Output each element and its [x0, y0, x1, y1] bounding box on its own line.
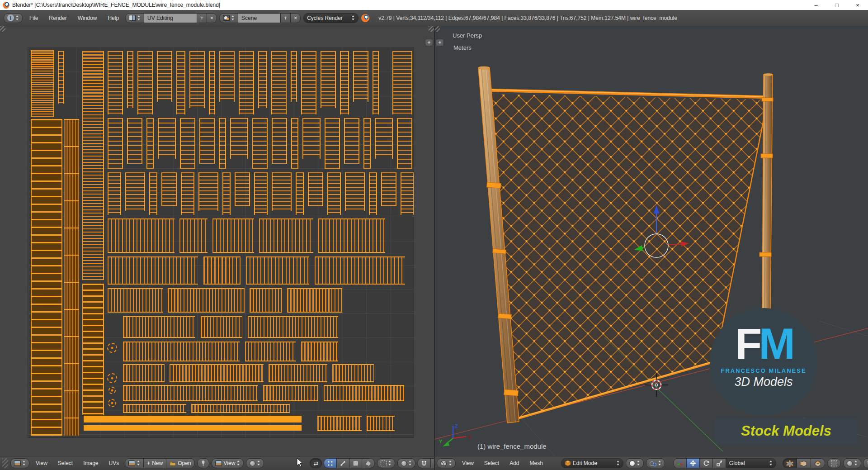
- vp-snap-toggle[interactable]: [863, 458, 868, 468]
- screen-layout-delete-button[interactable]: ×: [207, 13, 217, 23]
- editor-mode-dropdown[interactable]: View: [212, 458, 244, 468]
- uv-sync-selection-toggle[interactable]: ⇄: [310, 458, 322, 468]
- scene-browse-button[interactable]: [219, 13, 238, 23]
- edge-select-icon: [340, 461, 346, 466]
- viewport-header: View Select Add Mesh Edit Mode: [434, 456, 868, 470]
- uv-pivot-dropdown[interactable]: [246, 458, 264, 468]
- resize-grip-icon[interactable]: [2, 458, 8, 468]
- uv-editor-canvas-area[interactable]: +: [0, 26, 434, 456]
- uv-snap-toggle[interactable]: [417, 458, 431, 468]
- uv-menu-view[interactable]: View: [32, 459, 52, 468]
- select-mode-edge-button[interactable]: [797, 458, 811, 468]
- uv-menu-select[interactable]: Select: [54, 459, 77, 468]
- uv-island: [168, 288, 245, 313]
- vp-menu-mesh[interactable]: Mesh: [526, 459, 547, 468]
- menu-help[interactable]: Help: [104, 14, 123, 23]
- screen-layout-browse-button[interactable]: [125, 13, 144, 23]
- minimize-button[interactable]: –: [806, 0, 826, 10]
- limit-selection-visible-button[interactable]: [827, 458, 841, 468]
- scene-delete-button[interactable]: ×: [290, 13, 301, 23]
- vp-menu-add[interactable]: Add: [505, 459, 523, 468]
- window-titlebar: Blender* [C:\Users\franc\Desktop\WIRE_FE…: [0, 0, 868, 10]
- render-engine-dropdown[interactable]: Cycles Render: [303, 13, 359, 23]
- axis-manipulator-icon: [677, 460, 683, 466]
- uv-island: [248, 316, 338, 338]
- uv-proportional-edit-dropdown[interactable]: [397, 458, 415, 468]
- uv-island: [123, 316, 195, 338]
- watermark-initials: FM: [710, 322, 817, 366]
- sticky-selection-icon: [381, 461, 387, 466]
- interaction-mode-dropdown[interactable]: Edit Mode: [561, 458, 623, 468]
- viewport-shading-dropdown[interactable]: [626, 458, 644, 468]
- uv-island: [301, 51, 316, 114]
- properties-panel-expand-button[interactable]: +: [425, 39, 433, 46]
- uv-select-edge-button[interactable]: [336, 458, 349, 468]
- uv-island: [203, 256, 241, 285]
- uv-island: [181, 172, 194, 215]
- uv-island: [212, 218, 254, 253]
- uv-island: [392, 51, 412, 114]
- manipulator-toggle-button[interactable]: [673, 458, 687, 468]
- image-open-button[interactable]: Open: [166, 458, 194, 468]
- uv-select-vertex-button[interactable]: [324, 458, 337, 468]
- axis-x-label: X: [468, 434, 472, 440]
- face-mode-cube-icon: [814, 460, 821, 467]
- image-pin-button[interactable]: [197, 458, 209, 468]
- spin-arrows-icon: [137, 15, 141, 21]
- uv-select-island-button[interactable]: [362, 458, 375, 468]
- menu-render[interactable]: Render: [45, 14, 71, 23]
- image-new-button[interactable]: + New: [143, 458, 166, 468]
- uv-island: [64, 119, 79, 436]
- spin-arrows-icon: [231, 15, 235, 21]
- vp-menu-select[interactable]: Select: [480, 459, 503, 468]
- uv-island: [84, 425, 302, 431]
- transform-orientation-dropdown[interactable]: Global: [726, 458, 776, 468]
- editor-type-info-button[interactable]: i: [4, 13, 23, 23]
- stock-models-label: Stock Models: [741, 423, 831, 439]
- region-corner-widget[interactable]: [429, 26, 434, 32]
- scene-name-field[interactable]: Scene: [238, 13, 281, 23]
- shading-sphere-icon: [629, 461, 635, 466]
- uv-island: [258, 51, 267, 108]
- uv-island: [308, 172, 323, 206]
- menu-window[interactable]: Window: [74, 14, 101, 23]
- uv-island: [201, 316, 242, 338]
- scene-add-button[interactable]: +: [280, 13, 291, 23]
- region-corner-widget[interactable]: [434, 26, 440, 32]
- uv-island: [125, 172, 145, 211]
- uv-island: [381, 172, 396, 206]
- editor-type-image-button[interactable]: [10, 458, 29, 468]
- uv-select-mode-group: [324, 458, 375, 468]
- image-browse-button[interactable]: [125, 458, 144, 468]
- manipulator-translate-button[interactable]: [686, 458, 700, 468]
- pivot-center-dropdown[interactable]: [646, 458, 665, 468]
- viewport-3d: Z X Y User Persp Meters (1) wire_fence_m…: [434, 26, 868, 470]
- uv-canvas[interactable]: [28, 47, 414, 438]
- watermark-letter-m: M: [759, 319, 792, 368]
- close-button[interactable]: ×: [847, 0, 868, 10]
- tension-band: [504, 389, 519, 396]
- vp-proportional-edit-dropdown[interactable]: [843, 458, 861, 468]
- uv-menu-image[interactable]: Image: [79, 459, 102, 468]
- uv-snap-element-dropdown[interactable]: [430, 458, 434, 468]
- editor-mode-value: View: [224, 460, 236, 466]
- screen-layout-field[interactable]: UV Editing: [144, 13, 197, 23]
- info-bar: i File Render Window Help UV Editing + ×…: [0, 10, 868, 26]
- uv-island: [291, 51, 297, 102]
- select-mode-face-button[interactable]: [811, 458, 825, 468]
- toolshelf-expand-button[interactable]: +: [436, 39, 444, 46]
- vp-menu-view[interactable]: View: [458, 459, 478, 468]
- menu-file[interactable]: File: [25, 14, 42, 23]
- sticky-selection-dropdown[interactable]: [377, 458, 395, 468]
- editor-type-3d-button[interactable]: [437, 458, 456, 468]
- uv-menu-uvs[interactable]: UVs: [105, 459, 123, 468]
- manipulator-scale-button[interactable]: [712, 458, 726, 468]
- uv-select-face-button[interactable]: [349, 458, 362, 468]
- select-mode-vertex-button[interactable]: [783, 458, 797, 468]
- region-corner-widget[interactable]: [0, 26, 5, 32]
- mini-axis-gizmo: Z X Y: [439, 423, 472, 446]
- viewport-canvas[interactable]: Z X Y User Persp Meters (1) wire_fence_m…: [434, 26, 868, 456]
- maximize-button[interactable]: □: [826, 0, 847, 10]
- screen-layout-add-button[interactable]: +: [197, 13, 207, 23]
- manipulator-rotate-button[interactable]: [699, 458, 713, 468]
